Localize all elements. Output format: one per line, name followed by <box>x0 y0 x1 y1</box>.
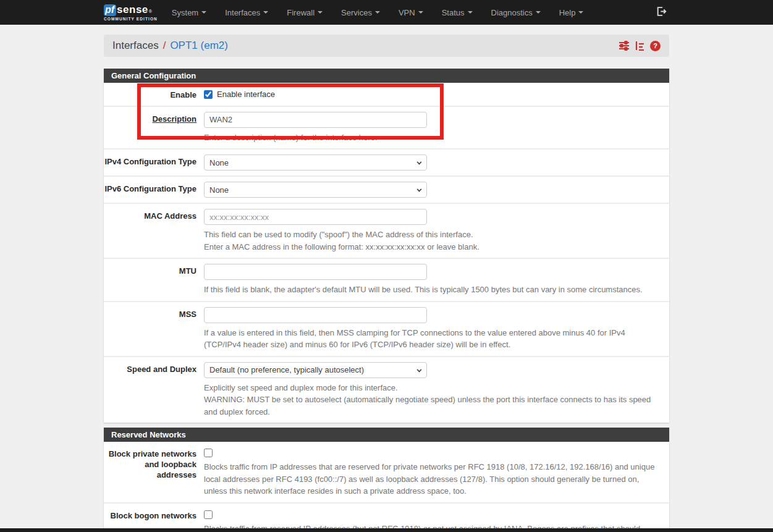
nav-item-services[interactable]: Services <box>332 0 389 25</box>
mac-address-label: MAC Address <box>104 209 196 253</box>
speed-duplex-row: Speed and Duplex Default (no preference,… <box>104 356 669 423</box>
ipv4-type-select[interactable]: None <box>204 154 427 171</box>
description-label: Description <box>104 112 196 144</box>
ipv6-type-label: IPv6 Configuration Type <box>104 182 196 198</box>
main-menu: System Interfaces Firewall Services VPN … <box>163 0 593 25</box>
general-configuration-panel: General Configuration Enable Enable inte… <box>104 69 669 423</box>
nav-item-interfaces[interactable]: Interfaces <box>216 0 277 25</box>
enable-checkbox-label: Enable interface <box>217 90 275 99</box>
panel-title: General Configuration <box>104 69 669 83</box>
nav-item-label: System <box>172 8 198 17</box>
footer-bar <box>0 528 773 532</box>
nav-item-firewall[interactable]: Firewall <box>277 0 332 25</box>
nav-item-label: VPN <box>399 8 415 17</box>
mtu-input[interactable] <box>204 264 427 280</box>
pfsense-logo[interactable]: pfsense® COMMUNITY EDITION <box>104 4 158 21</box>
caret-down-icon <box>318 11 323 14</box>
block-private-help: Blocks traffic from IP addresses that ar… <box>204 461 662 497</box>
nav-item-label: Help <box>559 8 576 17</box>
breadcrumb: Interfaces / OPT1 (em2) ? <box>104 35 669 57</box>
ipv4-type-row: IPv4 Configuration Type None <box>104 148 669 175</box>
nav-item-help[interactable]: Help <box>550 0 593 25</box>
description-row: Description Enter a description (name) f… <box>104 106 669 149</box>
enable-interface-checkbox[interactable] <box>204 90 213 99</box>
block-private-row: Block private networks and loopback addr… <box>104 442 669 502</box>
speed-duplex-help-line1: Explicitly set speed and duplex mode for… <box>204 382 662 394</box>
nav-item-status[interactable]: Status <box>433 0 482 25</box>
mss-row: MSS If a value is entered in this field,… <box>104 301 669 356</box>
speed-duplex-help-line2: WARNING: MUST be set to autoselect (auto… <box>204 394 662 418</box>
mss-input[interactable] <box>204 307 427 323</box>
logo-subtitle: COMMUNITY EDITION <box>104 17 158 21</box>
mac-help-line1: This field can be used to modify ("spoof… <box>204 229 662 241</box>
speed-duplex-label: Speed and Duplex <box>104 362 196 418</box>
logo-trademark: ® <box>149 9 152 14</box>
breadcrumb-section: Interfaces <box>112 40 159 52</box>
nav-item-system[interactable]: System <box>163 0 216 25</box>
mac-help-line2: Enter a MAC address in the following for… <box>204 241 662 253</box>
logo-sense-text: sense <box>117 4 148 16</box>
mtu-row: MTU If this field is blank, the adapter'… <box>104 258 669 301</box>
sliders-icon[interactable] <box>619 41 630 51</box>
sign-out-icon <box>656 6 667 19</box>
caret-down-icon <box>201 11 206 14</box>
block-bogon-checkbox[interactable] <box>204 510 213 519</box>
ipv4-type-label: IPv4 Configuration Type <box>104 154 196 171</box>
nav-item-label: Diagnostics <box>491 8 533 17</box>
description-input[interactable] <box>204 112 427 128</box>
caret-down-icon <box>375 11 380 14</box>
breadcrumb-separator: / <box>163 40 166 52</box>
mtu-help: If this field is blank, the adapter's de… <box>204 284 662 296</box>
nav-item-diagnostics[interactable]: Diagnostics <box>482 0 550 25</box>
block-private-label: Block private networks and loopback addr… <box>104 447 196 497</box>
nav-item-label: Firewall <box>287 8 315 17</box>
caret-down-icon <box>263 11 268 14</box>
help-icon[interactable]: ? <box>650 41 661 51</box>
mac-address-input[interactable] <box>204 209 427 225</box>
status-log-icon[interactable] <box>635 41 644 51</box>
ipv6-type-select[interactable]: None <box>204 182 427 198</box>
nav-item-label: Services <box>341 8 372 17</box>
logout-button[interactable] <box>654 6 669 19</box>
block-bogon-row: Block bogon networks Blocks traffic from… <box>104 502 669 532</box>
nav-item-label: Status <box>442 8 465 17</box>
caret-down-icon <box>418 11 423 14</box>
breadcrumb-page-link[interactable]: OPT1 (em2) <box>170 40 228 52</box>
logo-pf-badge: pf <box>104 4 116 16</box>
caret-down-icon <box>578 11 583 14</box>
reserved-networks-panel: Reserved Networks Block private networks… <box>104 428 669 532</box>
mss-label: MSS <box>104 307 196 351</box>
mac-address-row: MAC Address This field can be used to mo… <box>104 203 669 258</box>
block-private-checkbox[interactable] <box>204 449 213 457</box>
mss-help: If a value is entered in this field, the… <box>204 327 662 351</box>
speed-duplex-select[interactable]: Default (no preference, typically autose… <box>204 362 427 378</box>
caret-down-icon <box>468 11 473 14</box>
enable-row: Enable Enable interface <box>104 83 669 106</box>
caret-down-icon <box>536 11 541 14</box>
enable-label: Enable <box>104 88 196 101</box>
description-help: Enter a description (name) for the inter… <box>204 132 662 144</box>
top-navbar: pfsense® COMMUNITY EDITION System Interf… <box>0 0 773 25</box>
nav-item-vpn[interactable]: VPN <box>389 0 433 25</box>
ipv6-type-row: IPv6 Configuration Type None <box>104 175 669 203</box>
panel-title: Reserved Networks <box>104 428 669 442</box>
nav-item-label: Interfaces <box>225 8 260 17</box>
mtu-label: MTU <box>104 264 196 296</box>
